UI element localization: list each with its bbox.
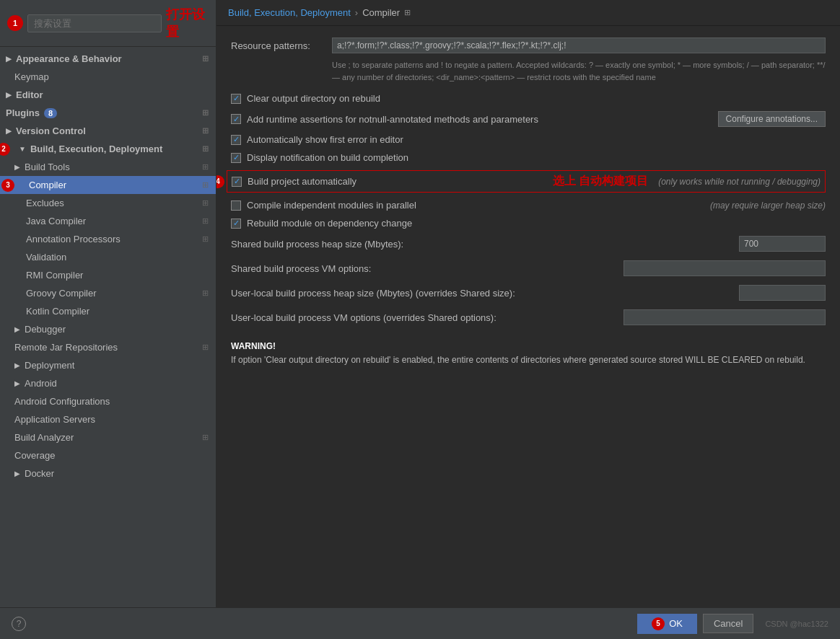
footer-left: ? <box>12 617 26 631</box>
sidebar-label-debugger: Debugger <box>25 324 66 335</box>
sidebar-item-compiler[interactable]: 3 Compiler ⊞ <box>0 176 216 194</box>
resource-patterns-label: Resource patterns: <box>231 38 325 51</box>
breadcrumb-pin-icon: ⊞ <box>404 8 411 17</box>
sidebar-label-compiler: Compiler <box>29 180 66 190</box>
ok-button[interactable]: 5 OK <box>637 614 697 634</box>
sidebar-item-excludes[interactable]: Excludes ⊞ <box>0 194 216 212</box>
arrow-icon-docker: ▶ <box>14 470 20 477</box>
option-label-show-error: Automatically show first error in editor <box>247 134 826 145</box>
field-input-user-vm[interactable] <box>624 309 826 325</box>
field-input-user-heap[interactable] <box>739 285 826 301</box>
breadcrumb-parent[interactable]: Build, Execution, Deployment <box>228 7 351 18</box>
sidebar: 1 打开设置 ▶ Appearance & Behavior ⊞ Keymap … <box>0 0 216 607</box>
arrow-icon-dep: ▶ <box>14 361 20 369</box>
sidebar-label-app-servers: Application Servers <box>14 414 95 425</box>
arrow-icon-vc: ▶ <box>6 127 12 135</box>
sidebar-item-editor[interactable]: ▶ Editor <box>0 86 216 104</box>
badge-2: 2 <box>0 143 10 156</box>
sidebar-item-keymap[interactable]: Keymap <box>0 68 216 86</box>
sidebar-label-be: Build, Execution, Deployment <box>30 144 162 154</box>
sidebar-item-android-configs[interactable]: Android Configurations <box>0 392 216 410</box>
sidebar-label-ba: Build Analyzer <box>14 432 74 443</box>
sidebar-item-app-servers[interactable]: Application Servers <box>0 410 216 428</box>
checkbox-rebuild[interactable] <box>231 219 241 229</box>
option-note-build-auto: (only works while not running / debuggin… <box>658 177 821 187</box>
field-row-heap: Shared build process heap size (Mbytes): <box>231 236 826 252</box>
sidebar-label-bt: Build Tools <box>25 162 70 172</box>
sidebar-label-editor: Editor <box>16 89 43 100</box>
checkbox-clear-output[interactable] <box>231 94 241 104</box>
option-runtime-assertions: Add runtime assertions for notnull-annot… <box>231 111 826 127</box>
pin-icon-be: ⊞ <box>202 144 209 154</box>
arrow-icon-be: ▼ <box>19 145 26 153</box>
sidebar-item-build-analyzer[interactable]: Build Analyzer ⊞ <box>0 428 216 446</box>
build-auto-annotation: 选上 自动构建项目 <box>553 174 648 189</box>
pin-icon-compiler: ⊞ <box>202 180 209 190</box>
checkbox-runtime[interactable] <box>231 114 241 124</box>
footer: ? 5 OK Cancel CSDN @hac1322 <box>0 607 840 639</box>
sidebar-item-docker[interactable]: ▶ Docker <box>0 464 216 482</box>
sidebar-label-android-configs: Android Configurations <box>14 396 110 407</box>
sidebar-item-java-compiler[interactable]: Java Compiler ⊞ <box>0 212 216 230</box>
checkbox-parallel[interactable] <box>231 200 241 211</box>
plugins-left: Plugins 8 <box>6 107 57 118</box>
sidebar-item-deployment[interactable]: ▶ Deployment <box>0 356 216 374</box>
sidebar-item-plugins[interactable]: Plugins 8 ⊞ <box>0 104 216 122</box>
arrow-icon-android: ▶ <box>14 379 20 387</box>
option-show-error: Automatically show first error in editor <box>231 134 826 145</box>
arrow-icon-editor: ▶ <box>6 91 12 99</box>
field-label-heap: Shared build process heap size (Mbytes): <box>231 239 732 250</box>
option-label-runtime: Add runtime assertions for notnull-annot… <box>247 114 712 125</box>
search-input[interactable] <box>27 14 162 32</box>
sidebar-item-version-control[interactable]: ▶ Version Control ⊞ <box>0 122 216 140</box>
arrow-icon-debugger: ▶ <box>14 325 20 333</box>
warning-text: If option 'Clear output directory on reb… <box>231 353 826 367</box>
sidebar-label-dep: Deployment <box>25 360 74 371</box>
checkbox-show-error[interactable] <box>231 135 241 145</box>
sidebar-item-annotation[interactable]: Annotation Processors ⊞ <box>0 230 216 248</box>
pin-icon-remote: ⊞ <box>202 343 209 352</box>
sidebar-item-remote-jar[interactable]: Remote Jar Repositories ⊞ <box>0 338 216 356</box>
resource-patterns-row: Resource patterns: <box>231 38 826 53</box>
sidebar-item-android[interactable]: ▶ Android <box>0 374 216 392</box>
sidebar-item-build-exec[interactable]: 2 ▼ Build, Execution, Deployment ⊞ <box>0 140 216 158</box>
resource-patterns-input[interactable] <box>332 38 826 53</box>
main-content: Build, Execution, Deployment › Compiler … <box>216 0 840 607</box>
sidebar-item-build-tools[interactable]: ▶ Build Tools ⊞ <box>0 158 216 176</box>
sidebar-item-debugger[interactable]: ▶ Debugger <box>0 320 216 338</box>
sidebar-label-docker: Docker <box>25 468 54 479</box>
field-row-user-heap: User-local build process heap size (Mbyt… <box>231 285 826 301</box>
sidebar-label-java: Java Compiler <box>26 216 86 226</box>
option-compile-parallel: Compile independent modules in parallel … <box>231 200 826 211</box>
sidebar-label-annotation: Annotation Processors <box>26 234 121 244</box>
arrow-icon: ▶ <box>6 55 12 63</box>
checkbox-notif[interactable] <box>231 153 241 163</box>
field-label-user-vm: User-local build process VM options (ove… <box>231 312 616 323</box>
field-row-user-vm: User-local build process VM options (ove… <box>231 309 826 325</box>
help-button[interactable]: ? <box>12 617 26 631</box>
sidebar-label-appearance: Appearance & Behavior <box>16 53 122 64</box>
csdn-watermark: CSDN @hac1322 <box>765 620 828 628</box>
sidebar-label-groovy: Groovy Compiler <box>26 288 97 299</box>
sidebar-item-kotlin[interactable]: Kotlin Compiler <box>0 302 216 320</box>
option-note-parallel: (may require larger heap size) <box>710 200 826 211</box>
sidebar-item-appearance[interactable]: ▶ Appearance & Behavior ⊞ <box>0 50 216 68</box>
sidebar-item-rmi[interactable]: RMI Compiler <box>0 266 216 284</box>
cancel-button[interactable]: Cancel <box>703 614 753 633</box>
option-rebuild-dependency: Rebuild module on dependency change <box>231 218 826 229</box>
sidebar-label-android: Android <box>25 378 57 389</box>
checkbox-build-auto[interactable] <box>232 177 242 187</box>
pin-icon-java: ⊞ <box>202 216 209 226</box>
field-input-vm[interactable] <box>624 260 826 276</box>
configure-annotations-button[interactable]: Configure annotations... <box>718 111 826 127</box>
arrow-icon-bt: ▶ <box>14 163 20 171</box>
field-input-heap[interactable] <box>739 236 826 252</box>
pin-icon: ⊞ <box>202 54 209 63</box>
badge-1: 1 <box>7 15 23 31</box>
sidebar-label-coverage: Coverage <box>14 450 55 461</box>
sidebar-item-validation[interactable]: Validation <box>0 248 216 266</box>
sidebar-item-coverage[interactable]: Coverage <box>0 446 216 464</box>
pin-icon-vc: ⊞ <box>202 126 209 136</box>
field-label-vm: Shared build process VM options: <box>231 263 616 274</box>
sidebar-item-groovy[interactable]: Groovy Compiler ⊞ <box>0 284 216 302</box>
